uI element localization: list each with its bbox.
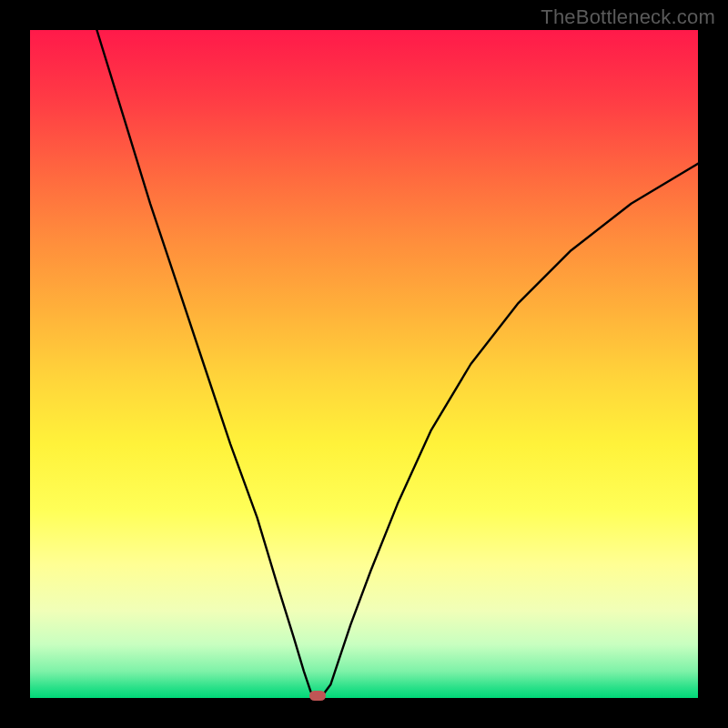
watermark-text: TheBottleneck.com	[541, 5, 715, 29]
plot-area	[30, 30, 698, 698]
bottleneck-curve	[96, 30, 698, 698]
optimum-marker	[309, 691, 326, 701]
chart-container: TheBottleneck.com	[0, 0, 728, 728]
curve-svg	[30, 30, 698, 698]
